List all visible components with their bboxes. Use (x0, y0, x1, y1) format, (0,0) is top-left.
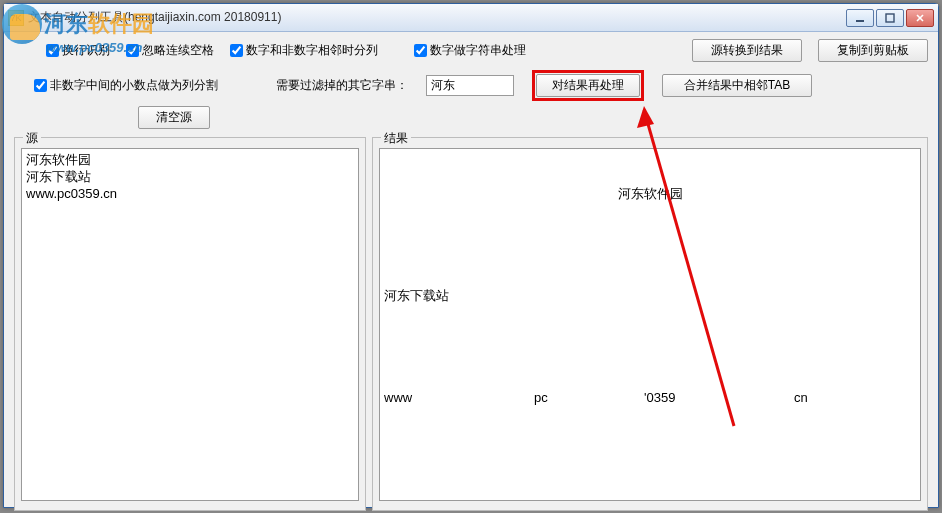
window-title: 文本自动分列工具(hengtaijiaxin.com 20180911) (28, 9, 846, 26)
titlebar[interactable]: 7K 文本自动分列工具(hengtaijiaxin.com 20180911) (4, 4, 938, 32)
result-columns-row: www pc '0359 cn (384, 389, 916, 406)
checkbox-newline-input[interactable] (46, 44, 59, 57)
checkbox-digit-string[interactable]: 数字做字符串处理 (414, 42, 526, 59)
app-icon: 7K (8, 10, 24, 26)
reprocess-button[interactable]: 对结果再处理 (536, 74, 640, 97)
checkbox-digit-string-label: 数字做字符串处理 (430, 42, 526, 59)
filter-label: 需要过滤掉的其它字串： (276, 77, 408, 94)
checkbox-ignore-spaces-label: 忽略连续空格 (142, 42, 214, 59)
result-col-1: www (384, 389, 534, 406)
checkbox-ignore-spaces[interactable]: 忽略连续空格 (126, 42, 214, 59)
result-blank-2 (384, 338, 916, 355)
result-col-4: cn (794, 389, 808, 406)
convert-button[interactable]: 源转换到结果 (692, 39, 802, 62)
maximize-button[interactable] (876, 9, 904, 27)
result-line-1: 河东软件园 (384, 185, 916, 202)
minimize-button[interactable] (846, 9, 874, 27)
app-window: 7K 文本自动分列工具(hengtaijiaxin.com 20180911) … (3, 3, 939, 508)
checkbox-ignore-spaces-input[interactable] (126, 44, 139, 57)
groupboxes: 源 结果 河东软件园 河东下载站 www pc '0359 cn (14, 137, 928, 511)
window-controls (846, 9, 934, 27)
source-textarea[interactable] (21, 148, 359, 501)
checkbox-newline[interactable]: 换行识别 (46, 42, 110, 59)
checkbox-decimal-split-input[interactable] (34, 79, 47, 92)
svg-rect-1 (886, 14, 894, 22)
result-line-2: 河东下载站 (384, 287, 916, 304)
filter-input[interactable] (426, 75, 514, 96)
content-area: 换行识别 忽略连续空格 数字和非数字相邻时分列 数字做字符串处理 源转换到结果 … (4, 32, 938, 513)
checkbox-digit-split[interactable]: 数字和非数字相邻时分列 (230, 42, 378, 59)
source-groupbox-label: 源 (23, 130, 41, 147)
checkbox-digit-split-input[interactable] (230, 44, 243, 57)
source-groupbox: 源 (14, 137, 366, 511)
merge-tab-button[interactable]: 合并结果中相邻TAB (662, 74, 812, 97)
highlight-frame: 对结果再处理 (532, 70, 644, 101)
checkbox-digit-string-input[interactable] (414, 44, 427, 57)
svg-rect-0 (856, 20, 864, 22)
options-row-1: 换行识别 忽略连续空格 数字和非数字相邻时分列 数字做字符串处理 源转换到结果 … (14, 38, 928, 62)
checkbox-decimal-split[interactable]: 非数字中间的小数点做为列分割 (34, 77, 218, 94)
result-groupbox-label: 结果 (381, 130, 411, 147)
checkbox-newline-label: 换行识别 (62, 42, 110, 59)
copy-clipboard-button[interactable]: 复制到剪贴板 (818, 39, 928, 62)
result-col-2: pc (534, 389, 644, 406)
result-textarea[interactable]: 河东软件园 河东下载站 www pc '0359 cn (379, 148, 921, 501)
close-button[interactable] (906, 9, 934, 27)
options-row-3: 清空源 (14, 105, 928, 129)
checkbox-decimal-split-label: 非数字中间的小数点做为列分割 (50, 77, 218, 94)
checkbox-digit-split-label: 数字和非数字相邻时分列 (246, 42, 378, 59)
result-groupbox: 结果 河东软件园 河东下载站 www pc '0359 cn (372, 137, 928, 511)
result-blank-1 (384, 236, 916, 253)
options-row-2: 非数字中间的小数点做为列分割 需要过滤掉的其它字串： 对结果再处理 合并结果中相… (14, 70, 928, 101)
result-col-3: '0359 (644, 389, 794, 406)
clear-source-button[interactable]: 清空源 (138, 106, 210, 129)
